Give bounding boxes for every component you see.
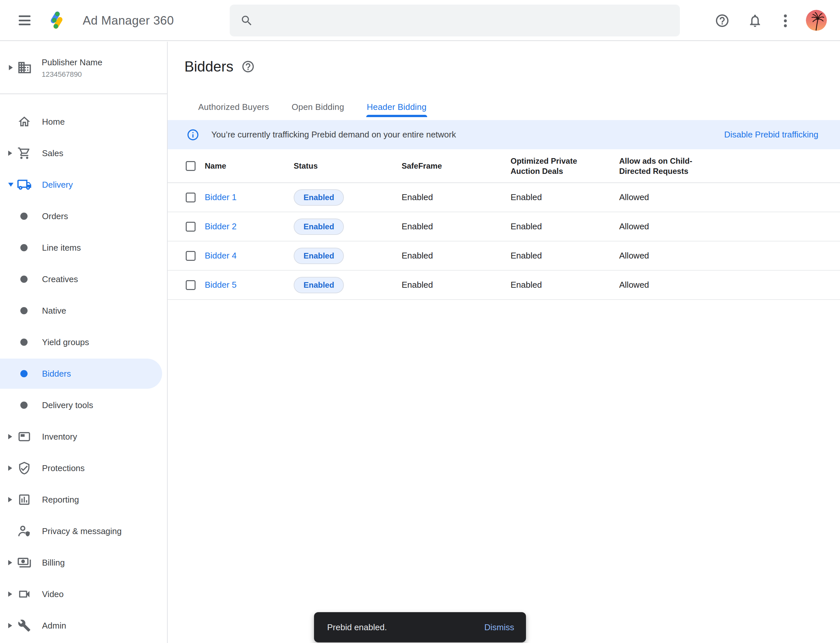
video-camera-icon	[16, 587, 32, 601]
tab-open-bidding[interactable]: Open Bidding	[291, 97, 345, 117]
select-all-checkbox[interactable]	[186, 161, 196, 171]
shield-check-icon	[16, 461, 32, 475]
safeframe-value: Enabled	[402, 251, 511, 261]
child-directed-value: Allowed	[619, 192, 840, 202]
account-avatar[interactable]	[806, 10, 827, 31]
page-title: Bidders	[185, 59, 233, 75]
expand-arrow-icon	[8, 560, 15, 565]
sidebar-item-reporting[interactable]: Reporting	[0, 484, 167, 516]
bullet-icon	[20, 401, 28, 409]
notifications-icon[interactable]	[747, 13, 763, 28]
menu-icon[interactable]	[19, 15, 31, 25]
sidebar-item-privacy-messaging[interactable]: Privacy & messaging	[0, 516, 167, 547]
row-checkbox[interactable]	[186, 222, 196, 232]
sidebar-item-label: Native	[42, 306, 66, 316]
more-options-icon[interactable]	[778, 13, 793, 28]
table-row: Bidder 2 Enabled Enabled Enabled Allowed	[168, 212, 840, 242]
banner-message: You’re currently trafficking Prebid dema…	[211, 130, 456, 140]
opad-value: Enabled	[511, 222, 619, 232]
sidebar-item-label: Reporting	[42, 495, 79, 505]
ad-manager-logo-icon	[48, 10, 68, 30]
disable-prebid-link[interactable]: Disable Prebid trafficking	[724, 130, 818, 140]
opad-value: Enabled	[511, 251, 619, 261]
top-app-bar: Ad Manager 360	[0, 0, 840, 41]
sidebar: Publisher Name 1234567890 Home Sales	[0, 42, 168, 643]
home-icon	[16, 115, 32, 129]
building-icon	[17, 60, 32, 75]
search-icon	[240, 14, 253, 27]
sidebar-item-label: Orders	[42, 211, 68, 222]
expand-arrow-icon	[8, 591, 15, 597]
status-badge: Enabled	[294, 189, 344, 206]
sidebar-item-label: Delivery tools	[42, 400, 93, 410]
table-row: Bidder 5 Enabled Enabled Enabled Allowed	[168, 271, 840, 300]
sidebar-item-native[interactable]: Native	[0, 295, 167, 326]
bidder-link[interactable]: Bidder 5	[205, 280, 237, 290]
sidebar-item-label: Video	[42, 589, 64, 599]
sidebar-item-label: Sales	[42, 148, 63, 158]
sidebar-item-label: Home	[42, 117, 65, 127]
sidebar-item-admin[interactable]: Admin	[0, 610, 167, 641]
sidebar-item-video[interactable]: Video	[0, 578, 167, 610]
search-bar[interactable]	[230, 5, 680, 36]
table-row: Bidder 1 Enabled Enabled Enabled Allowed	[168, 183, 840, 212]
bullet-icon	[20, 370, 28, 377]
status-badge: Enabled	[294, 277, 344, 293]
bullet-icon	[20, 339, 28, 346]
wrench-icon	[16, 619, 32, 632]
opad-value: Enabled	[511, 192, 619, 202]
row-checkbox[interactable]	[186, 251, 196, 261]
child-directed-value: Allowed	[619, 222, 840, 232]
expand-arrow-icon	[8, 623, 15, 628]
sidebar-item-label: Yield groups	[42, 337, 89, 348]
bullet-icon	[20, 244, 28, 251]
bidder-link[interactable]: Bidder 4	[205, 251, 237, 261]
row-checkbox[interactable]	[186, 280, 196, 290]
status-badge: Enabled	[294, 219, 344, 235]
help-icon[interactable]	[241, 60, 255, 73]
sidebar-item-label: Line items	[42, 243, 81, 253]
sidebar-item-yield-groups[interactable]: Yield groups	[0, 326, 167, 358]
sidebar-item-inventory[interactable]: Inventory	[0, 421, 167, 452]
collapse-arrow-icon	[8, 183, 15, 187]
safeframe-value: Enabled	[402, 192, 511, 202]
sidebar-item-label: Delivery	[42, 180, 73, 190]
snackbar-message: Prebid enabled.	[327, 622, 387, 633]
child-directed-value: Allowed	[619, 280, 840, 290]
bidders-table: Name Status SafeFrame Optimized Private …	[168, 149, 840, 300]
bidder-link[interactable]: Bidder 2	[205, 222, 237, 231]
search-input[interactable]	[253, 5, 680, 36]
main-content: Bidders Authorized Buyers Open Bidding H…	[168, 42, 840, 643]
expand-arrow-icon	[8, 465, 15, 471]
status-badge: Enabled	[294, 248, 344, 264]
publisher-name: Publisher Name	[42, 57, 102, 68]
sidebar-item-label: Protections	[42, 463, 85, 473]
publisher-account-selector[interactable]: Publisher Name 1234567890	[0, 42, 167, 93]
dismiss-button[interactable]: Dismiss	[484, 622, 514, 633]
sidebar-item-sales[interactable]: Sales	[0, 137, 167, 169]
sidebar-item-orders[interactable]: Orders	[0, 201, 167, 232]
sidebar-item-billing[interactable]: Billing	[0, 547, 167, 578]
sidebar-item-delivery[interactable]: Delivery	[0, 169, 167, 201]
sidebar-item-line-items[interactable]: Line items	[0, 232, 167, 263]
row-checkbox[interactable]	[186, 193, 196, 202]
tab-bar: Authorized Buyers Open Bidding Header Bi…	[198, 97, 427, 117]
snackbar: Prebid enabled. Dismiss	[314, 612, 526, 642]
bullet-icon	[20, 276, 28, 283]
table-header-row: Name Status SafeFrame Optimized Private …	[168, 149, 840, 183]
cart-icon	[16, 146, 32, 160]
tab-authorized-buyers[interactable]: Authorized Buyers	[198, 97, 270, 117]
tab-header-bidding[interactable]: Header Bidding	[366, 97, 427, 117]
sidebar-item-bidders[interactable]: Bidders	[0, 358, 167, 389]
sidebar-item-delivery-tools[interactable]: Delivery tools	[0, 389, 167, 421]
sidebar-item-protections[interactable]: Protections	[0, 452, 167, 484]
column-header-child-directed: Allow ads on Child-Directed Requests	[619, 156, 701, 176]
bidder-link[interactable]: Bidder 1	[205, 192, 237, 202]
sidebar-item-creatives[interactable]: Creatives	[0, 263, 167, 295]
bar-chart-icon	[16, 493, 32, 506]
sidebar-item-home[interactable]: Home	[0, 106, 167, 137]
opad-value: Enabled	[511, 280, 619, 290]
safeframe-value: Enabled	[402, 222, 511, 232]
help-icon[interactable]	[715, 13, 730, 28]
child-directed-value: Allowed	[619, 251, 840, 261]
